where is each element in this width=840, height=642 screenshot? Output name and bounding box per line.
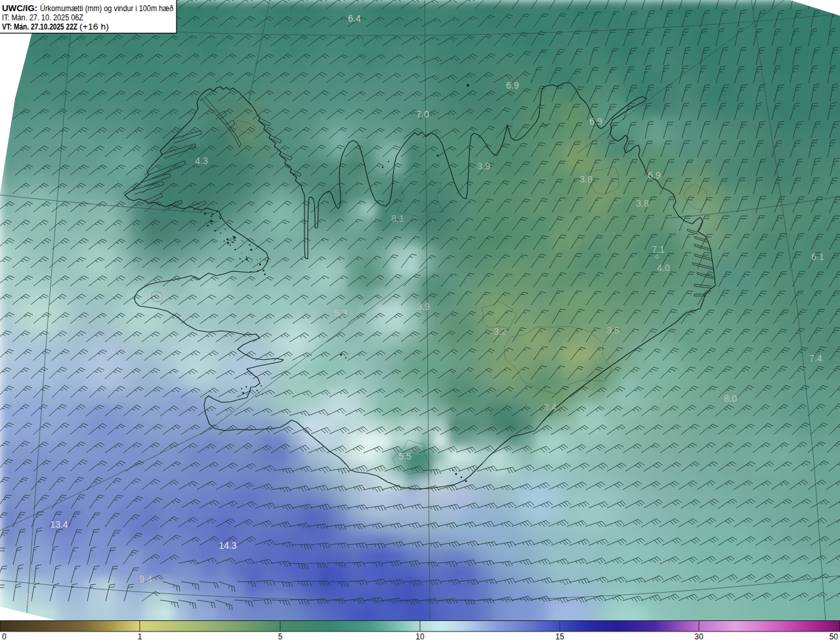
svg-text:4.3: 4.3 — [195, 156, 208, 166]
svg-text:6.9: 6.9 — [506, 80, 519, 91]
svg-text:10: 10 — [415, 632, 425, 641]
svg-text:7.0: 7.0 — [416, 109, 429, 119]
svg-text:4.0: 4.0 — [657, 263, 670, 273]
svg-text:6.9: 6.9 — [589, 116, 602, 127]
svg-text:30: 30 — [694, 632, 704, 641]
svg-text:0: 0 — [2, 632, 7, 641]
svg-text:(+16 h): (+16 h) — [79, 22, 109, 32]
svg-text:5: 5 — [278, 632, 283, 641]
svg-text:3.4: 3.4 — [543, 402, 556, 412]
svg-text:3.9: 3.9 — [477, 161, 490, 171]
svg-text:7.1: 7.1 — [652, 244, 665, 255]
svg-text:3.8: 3.8 — [579, 174, 593, 184]
svg-text:7.4: 7.4 — [809, 353, 822, 364]
svg-text:3.2: 3.2 — [494, 326, 507, 337]
svg-text:VT: Mán. 27.10.2025 22Z: VT: Mán. 27.10.2025 22Z — [2, 22, 77, 32]
svg-text:IT: Mán. 27. 10. 2025 06Z: IT: Mán. 27. 10. 2025 06Z — [2, 12, 83, 22]
svg-text:8.1: 8.1 — [391, 213, 404, 224]
svg-text:3.8: 3.8 — [606, 325, 620, 335]
svg-text:9.7: 9.7 — [25, 592, 38, 603]
svg-text:6.4: 6.4 — [348, 13, 361, 24]
svg-text:50: 50 — [830, 632, 839, 641]
svg-text:15: 15 — [555, 632, 564, 641]
svg-text:14.3: 14.3 — [219, 540, 236, 551]
svg-text:13.4: 13.4 — [50, 519, 68, 530]
svg-text:Úrkomumætti (mm) og vindur i 1: Úrkomumætti (mm) og vindur i 100m hæð — [40, 3, 173, 13]
svg-text:8.0: 8.0 — [724, 393, 737, 404]
svg-text:9.4: 9.4 — [139, 574, 152, 584]
svg-text:5.5: 5.5 — [398, 451, 411, 461]
svg-text:3.8: 3.8 — [636, 198, 649, 209]
svg-text:UWC/IG:: UWC/IG: — [2, 3, 37, 13]
svg-text:5.3: 5.3 — [334, 308, 347, 318]
svg-text:1: 1 — [138, 632, 142, 641]
svg-text:3.9: 3.9 — [417, 301, 430, 312]
svg-text:6.9: 6.9 — [648, 170, 661, 181]
svg-text:2.0: 2.0 — [151, 291, 164, 302]
svg-text:6.1: 6.1 — [811, 251, 824, 262]
